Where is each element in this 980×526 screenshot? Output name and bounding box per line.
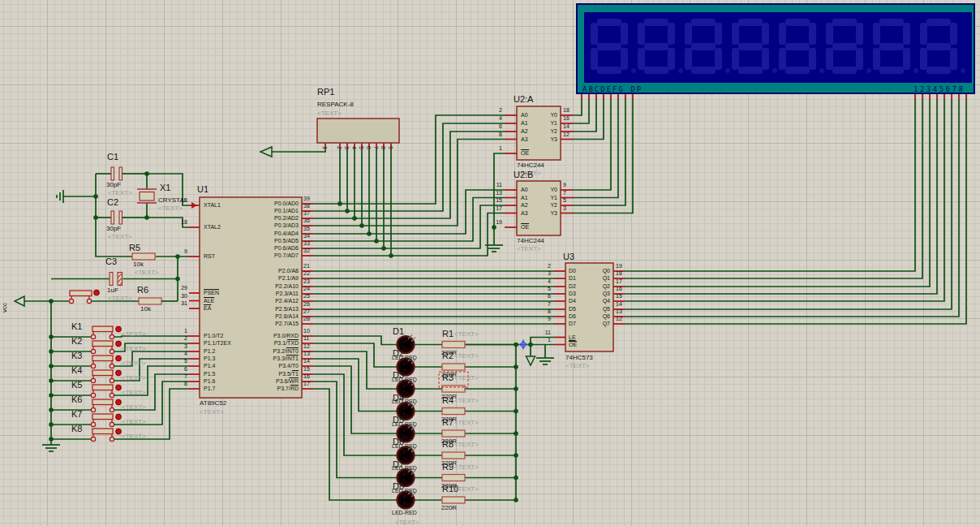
resistor-r9[interactable] xyxy=(442,475,465,481)
button-k1[interactable] xyxy=(92,326,113,332)
pin-label: P3.4/T0 xyxy=(226,363,299,369)
pin-number: 19 xyxy=(478,219,502,225)
pin-label: P3.2/INT0 xyxy=(226,348,299,354)
pin-label: D0 xyxy=(569,268,576,274)
decimal-point xyxy=(678,68,683,73)
resistor-r2[interactable] xyxy=(442,364,465,370)
schematic-canvas[interactable]: ABCDEFG DP 12345678 19XTAL118XTAL29RST29… xyxy=(0,0,980,526)
seven-seg-digit xyxy=(732,19,769,74)
component-text: <TEXT> xyxy=(122,331,146,338)
seven-seg-digit xyxy=(591,19,628,74)
component-ref-x1: X1 xyxy=(160,183,170,192)
pin-number: 3 xyxy=(563,205,566,211)
component-ref-r9: R9 xyxy=(442,463,453,472)
decimal-point xyxy=(961,68,965,73)
pin-number: 15 xyxy=(303,366,310,372)
pin-number: 5 xyxy=(527,286,551,291)
pin-label: P0.4/AD4 xyxy=(226,231,299,236)
pin-label: OE xyxy=(521,150,529,156)
pin-number: 2 xyxy=(161,335,187,341)
pin-label: P3.6/WR xyxy=(226,378,299,384)
pin-number: 24 xyxy=(303,286,310,291)
pin-label: A2 xyxy=(521,202,528,208)
pin-label: P2.7/A15 xyxy=(226,321,299,326)
pin-number: 11 xyxy=(527,330,551,335)
component-ref-r5: R5 xyxy=(129,244,140,252)
pin-number: 15 xyxy=(616,293,622,299)
button-reset[interactable] xyxy=(70,291,92,296)
pin-label: P1.3 xyxy=(204,356,215,361)
pin-label: P2.3/A11 xyxy=(226,291,299,296)
pin-label: A1 xyxy=(521,195,528,200)
component-ref-k6: K6 xyxy=(71,395,82,404)
capacitor-c3[interactable] xyxy=(110,273,113,286)
pin-label: P1.2 xyxy=(204,348,215,354)
pin-label: Y0 xyxy=(530,112,557,118)
component-text: <TEXT> xyxy=(135,269,159,276)
pin-label: XTAL1 xyxy=(204,202,221,208)
button-k5[interactable] xyxy=(92,385,113,390)
button-k8[interactable] xyxy=(92,429,113,434)
pin-number: 16 xyxy=(563,115,570,121)
button-k4[interactable] xyxy=(92,370,113,376)
decimal-point xyxy=(866,68,871,73)
pin-number: 29 xyxy=(161,285,187,291)
component-text: <TEXT> xyxy=(108,190,132,196)
resistor-r6[interactable] xyxy=(139,298,161,304)
pin-number: 12 xyxy=(563,132,570,137)
pin-label: D1 xyxy=(569,275,576,281)
pin-number: 18 xyxy=(616,270,622,276)
pin-label: PSEN xyxy=(204,290,219,295)
pin-label: ALE xyxy=(204,298,214,304)
component-text: <TEXT> xyxy=(454,398,479,404)
component-part-rp1: RESPACK-8 xyxy=(317,101,354,108)
pin-number: 7 xyxy=(527,301,551,307)
pin-label: Y2 xyxy=(530,202,557,208)
pin-label: Q5 xyxy=(579,306,610,312)
component-ref-d4: D4 xyxy=(393,394,404,403)
capacitor-c1[interactable] xyxy=(111,167,114,180)
capacitor-c2[interactable] xyxy=(111,211,114,224)
pin-label: P1.6 xyxy=(204,378,215,384)
pin-number: 13 xyxy=(478,190,502,196)
pin-label: D5 xyxy=(569,306,576,312)
component-ref-c3: C3 xyxy=(105,257,117,266)
resistor-r3[interactable] xyxy=(442,386,465,392)
pin-label: Y3 xyxy=(530,136,557,142)
resistor-r1[interactable] xyxy=(442,342,465,348)
pin-label: P2.1/A9 xyxy=(226,275,299,281)
component-text: <TEXT> xyxy=(122,404,146,411)
component-text: <TEXT> xyxy=(122,346,146,352)
resistor-r7[interactable] xyxy=(442,430,465,437)
button-k6[interactable] xyxy=(92,399,113,405)
component-value: 10k xyxy=(140,306,151,313)
resistor-r10[interactable] xyxy=(442,497,465,503)
pin-number: 22 xyxy=(303,270,310,276)
component-text: <TEXT> xyxy=(122,433,146,440)
pin-number: 23 xyxy=(303,278,310,284)
pin-number: 8 xyxy=(527,308,551,314)
button-k2[interactable] xyxy=(92,341,113,347)
resistor-r8[interactable] xyxy=(442,452,465,459)
component-ref-d8: D8 xyxy=(393,482,404,491)
resistor-r5[interactable] xyxy=(132,253,155,260)
pin-number: 16 xyxy=(616,286,622,291)
decimal-point xyxy=(631,68,636,73)
seven-seg-digit xyxy=(685,19,722,74)
pin-number: 4 xyxy=(161,351,187,356)
resistor-r4[interactable] xyxy=(442,408,465,415)
pin-label: P3.7/RD xyxy=(226,386,299,391)
pin-label: P3.5/T1 xyxy=(226,371,299,377)
seven-seg-display[interactable]: ABCDEFG DP 12345678 xyxy=(576,3,975,94)
pin-number: 1 xyxy=(161,328,187,334)
seven-seg-digit xyxy=(826,19,863,74)
crystal-x1[interactable] xyxy=(140,192,154,201)
respack-rp1[interactable] xyxy=(317,119,399,143)
pin-label: D2 xyxy=(569,283,576,289)
button-k7[interactable] xyxy=(92,414,113,420)
pin-label: P1.0/T2 xyxy=(204,333,224,338)
component-part: 74HC244 xyxy=(517,238,544,244)
button-k3[interactable] xyxy=(92,356,113,361)
component-text: <TEXT> xyxy=(122,360,146,367)
pin-number: 4 xyxy=(351,146,357,149)
